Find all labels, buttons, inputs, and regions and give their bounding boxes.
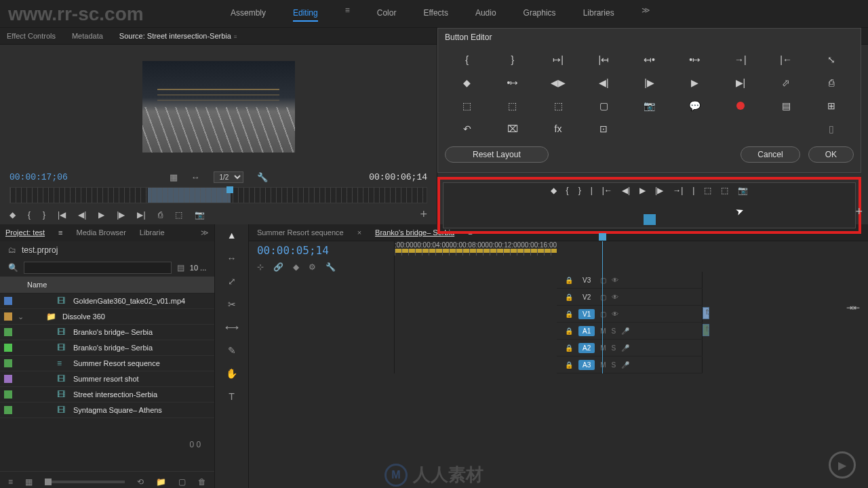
new-bin-icon[interactable]: 📁: [156, 477, 166, 487]
hand-tool[interactable]: ✋: [226, 368, 237, 379]
be-mark-clip-icon[interactable]: ↦|: [536, 49, 580, 70]
tb-lift-icon[interactable]: ⬚: [704, 186, 711, 195]
be-mark-in-icon[interactable]: {: [445, 49, 489, 70]
be-step-fwd-icon[interactable]: |▶: [627, 72, 671, 94]
in-button[interactable]: {: [28, 210, 31, 220]
list-item[interactable]: 🎞Branko's bridge– Serbia: [0, 340, 214, 356]
source-scrubber[interactable]: [9, 187, 427, 203]
delete-icon[interactable]: 🗑: [198, 477, 206, 487]
track-a3-label[interactable]: A3: [578, 360, 595, 370]
workspace-tab-editing[interactable]: Editing: [293, 5, 318, 22]
list-item[interactable]: 🎞Syntagma Square– Athens: [0, 403, 214, 418]
be-loop-icon[interactable]: ▢: [582, 95, 626, 117]
lock-icon[interactable]: 🔒: [565, 277, 573, 284]
step-fwd-button[interactable]: |▶: [117, 210, 125, 220]
tb-go-out-icon[interactable]: →|: [673, 186, 683, 195]
filter-icon[interactable]: ▤: [177, 263, 184, 272]
zoom-select[interactable]: 1/2: [214, 171, 243, 183]
be-global-fx-icon[interactable]: ⊡: [582, 118, 626, 140]
pen-tool[interactable]: ✎: [228, 345, 236, 356]
razor-tool[interactable]: ✂: [228, 299, 236, 310]
slip-tool[interactable]: ⟷: [225, 322, 239, 333]
program-add-button-icon[interactable]: +: [855, 205, 863, 219]
snap-icon[interactable]: ⊹: [257, 262, 264, 272]
lock-icon[interactable]: 🔒: [565, 293, 573, 301]
tb-dropped-vr-icon[interactable]: [644, 214, 656, 225]
list-item[interactable]: ≡Summer Resort sequence: [0, 356, 214, 371]
out-button[interactable]: }: [43, 210, 45, 220]
track-v1-label[interactable]: V1: [578, 309, 595, 319]
tab-source[interactable]: Source: Street intersection-Serbia≡: [119, 32, 237, 40]
be-multicamera-icon[interactable]: ⬚: [536, 95, 580, 117]
list-item[interactable]: ⌄📁Dissolve 360: [0, 309, 214, 325]
timeline-scope-icon[interactable]: ⇥⇤: [846, 303, 860, 312]
tab-media-browser[interactable]: Media Browser: [77, 228, 126, 237]
be-clear-icon[interactable]: ⌧: [490, 118, 534, 140]
timeline-ruler[interactable]: :00:00 00:00:04:00 00:00:08:00 00:00:12:…: [395, 241, 557, 262]
track-select-tool[interactable]: ↔: [227, 253, 237, 264]
step-back-button[interactable]: ◀|: [78, 210, 86, 220]
marker-button[interactable]: ◆: [9, 210, 16, 220]
timeline-playhead[interactable]: [602, 241, 603, 373]
list-item[interactable]: 🎞Summer resort shot: [0, 371, 214, 387]
solo-icon[interactable]: S: [612, 361, 616, 369]
timeline-tab-1[interactable]: Summer Resort sequence: [257, 228, 344, 237]
workspace-more-icon[interactable]: ≫: [642, 5, 650, 22]
voice-icon[interactable]: 🎤: [621, 361, 629, 369]
be-prev-edit-icon[interactable]: |←: [764, 49, 808, 70]
track-a2-label[interactable]: A2: [578, 343, 595, 353]
project-column-name[interactable]: Name: [0, 277, 214, 293]
voice-icon[interactable]: 🎤: [621, 327, 629, 335]
be-record-icon[interactable]: [718, 95, 762, 117]
settings-icon[interactable]: ⚙: [309, 262, 316, 272]
mute-icon[interactable]: M: [600, 327, 606, 335]
project-more-icon[interactable]: ≫: [201, 228, 209, 237]
project-search-input[interactable]: [24, 262, 172, 274]
eye-icon[interactable]: 👁: [612, 293, 618, 301]
solo-icon[interactable]: S: [612, 327, 616, 335]
workspace-tab-effects[interactable]: Effects: [423, 5, 448, 22]
eye-icon[interactable]: 👁: [612, 310, 618, 318]
be-vr-icon[interactable]: ⊞: [810, 95, 854, 117]
go-in-button[interactable]: |◀: [58, 210, 66, 220]
tb-camera-icon[interactable]: 📷: [738, 186, 748, 195]
icon-view-icon[interactable]: ▦: [25, 477, 33, 487]
wrench-icon[interactable]: 🔧: [257, 172, 268, 182]
workspace-tab-assembly[interactable]: Assembly: [231, 5, 266, 22]
list-item[interactable]: 🎞Street intersection-Serbia: [0, 387, 214, 403]
lock-icon[interactable]: 🔒: [565, 327, 573, 335]
add-button-icon[interactable]: +: [420, 207, 427, 222]
list-item[interactable]: 🎞Branko's bridge– Serbia: [0, 325, 214, 340]
workspace-tab-color[interactable]: Color: [377, 5, 397, 22]
cancel-button[interactable]: Cancel: [741, 146, 800, 163]
tb-extract-icon[interactable]: ⬚: [721, 186, 728, 195]
grid-icon[interactable]: ▦: [170, 172, 178, 182]
sort-icon[interactable]: ⟲: [137, 477, 144, 487]
export-frame-button[interactable]: 📷: [195, 210, 205, 220]
workspace-tab-graphics[interactable]: Graphics: [524, 5, 556, 22]
solo-icon[interactable]: S: [612, 344, 616, 352]
be-lift-icon[interactable]: ⬀: [764, 72, 808, 94]
tab-metadata[interactable]: Metadata: [72, 32, 103, 40]
marker-tl-icon[interactable]: ◆: [293, 262, 299, 272]
toggle-output-icon[interactable]: ▢: [600, 310, 606, 318]
be-spacer-icon[interactable]: ▯: [810, 118, 854, 140]
tb-play-icon[interactable]: ▶: [639, 186, 646, 195]
tb-marker-icon[interactable]: ◆: [551, 186, 557, 195]
be-undo-icon[interactable]: ↶: [445, 118, 489, 140]
track-v2-label[interactable]: V2: [578, 292, 595, 302]
mute-icon[interactable]: M: [600, 344, 606, 352]
workspace-menu-icon[interactable]: ≡: [345, 5, 350, 22]
track-a1-label[interactable]: A1: [578, 326, 595, 336]
close-tab-icon[interactable]: ×: [357, 228, 361, 237]
be-marker-icon[interactable]: ◆: [445, 72, 489, 94]
be-go-marker-icon[interactable]: •↦: [490, 72, 534, 94]
timeline-audio-clip[interactable]: fx: [703, 324, 709, 336]
eye-icon[interactable]: 👁: [612, 277, 618, 284]
be-go-in-icon[interactable]: ↤•: [627, 49, 671, 70]
lock-icon[interactable]: 🔒: [565, 344, 573, 352]
go-out-button[interactable]: ▶|: [137, 210, 145, 220]
tb-step-fwd-icon[interactable]: |▶: [655, 186, 663, 195]
overwrite-button[interactable]: ⬚: [175, 210, 182, 220]
be-proxy-icon[interactable]: ▤: [764, 95, 808, 117]
